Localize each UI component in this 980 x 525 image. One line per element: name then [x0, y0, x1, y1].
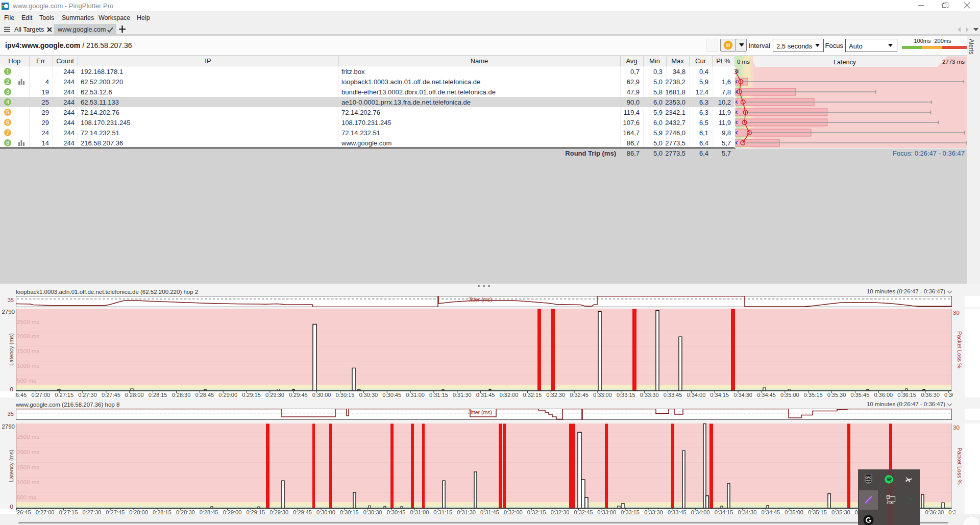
svg-text:0:35:30: 0:35:30 — [827, 392, 846, 397]
svg-text:2790: 2790 — [2, 309, 15, 315]
svg-text:0:32:00: 0:32:00 — [500, 392, 519, 397]
svg-text:0:34:00: 0:34:00 — [691, 509, 710, 514]
svg-text:0:28:00: 0:28:00 — [125, 392, 144, 397]
svg-text:0:32:30: 0:32:30 — [551, 509, 570, 514]
svg-text:0:35:30: 0:35:30 — [831, 509, 850, 514]
svg-text:0:33:45: 0:33:45 — [664, 392, 682, 397]
svg-text:0:33:15: 0:33:15 — [617, 392, 635, 397]
svg-text:0:32:45: 0:32:45 — [570, 392, 589, 397]
svg-text:1500 ms: 1500 ms — [17, 348, 39, 354]
svg-text:0:34:00: 0:34:00 — [687, 392, 706, 397]
svg-text:0:34:30: 0:34:30 — [738, 509, 757, 514]
svg-text:0:33:30: 0:33:30 — [644, 509, 663, 514]
svg-text:0:31:30: 0:31:30 — [453, 392, 472, 397]
svg-text:0:29:45: 0:29:45 — [293, 509, 312, 514]
svg-text:0:32:15: 0:32:15 — [523, 392, 542, 397]
svg-text:0:31:00: 0:31:00 — [410, 509, 429, 514]
svg-text:0:28:30: 0:28:30 — [172, 392, 191, 397]
svg-text:0: 0 — [10, 386, 13, 392]
svg-text:0:30:45: 0:30:45 — [387, 509, 406, 514]
svg-text:0:32:30: 0:32:30 — [546, 392, 565, 397]
svg-text:0:36:30: 0:36:30 — [921, 392, 940, 397]
svg-text:0:32:15: 0:32:15 — [527, 509, 546, 514]
svg-text:0:33:00: 0:33:00 — [593, 392, 612, 397]
svg-text:0:29:00: 0:29:00 — [218, 392, 237, 397]
svg-text:0:34:45: 0:34:45 — [757, 392, 776, 397]
svg-text:500 ms: 500 ms — [17, 378, 36, 384]
svg-text:0:33:45: 0:33:45 — [668, 509, 687, 514]
svg-text:35: 35 — [8, 411, 14, 417]
svg-text:0:33:00: 0:33:00 — [597, 509, 616, 514]
svg-text:0:30:15: 0:30:15 — [340, 509, 359, 514]
svg-text:0:30:30: 0:30:30 — [359, 392, 378, 397]
svg-text:0:27:45: 0:27:45 — [106, 509, 125, 514]
svg-text:0:35:45: 0:35:45 — [851, 392, 870, 397]
svg-text:0:28:00: 0:28:00 — [129, 509, 148, 514]
svg-text:EPIC: EPIC — [866, 476, 872, 479]
svg-text:0:36:15: 0:36:15 — [897, 392, 916, 397]
svg-text:Latency (ms): Latency (ms) — [8, 333, 14, 366]
svg-text:30: 30 — [953, 424, 960, 431]
svg-text:Packet Loss %: Packet Loss % — [957, 331, 963, 368]
svg-text:0:34:15: 0:34:15 — [710, 392, 729, 397]
svg-text:0:33:15: 0:33:15 — [621, 509, 640, 514]
svg-text:Jitter (ms): Jitter (ms) — [468, 296, 492, 303]
svg-text:0:27:45: 0:27:45 — [102, 392, 120, 397]
svg-text:0:28:15: 0:28:15 — [149, 392, 167, 397]
svg-text:0:29:30: 0:29:30 — [270, 509, 288, 514]
svg-text:0:29:45: 0:29:45 — [289, 392, 308, 397]
svg-text:0:27:15: 0:27:15 — [55, 392, 74, 397]
svg-text:2790: 2790 — [2, 423, 15, 430]
svg-text:0:31:15: 0:31:15 — [429, 392, 448, 397]
svg-text:0:31:30: 0:31:30 — [457, 509, 476, 514]
svg-text:30: 30 — [953, 310, 960, 316]
svg-text:2000 ms: 2000 ms — [17, 333, 39, 339]
svg-text:0:29:00: 0:29:00 — [223, 509, 242, 514]
svg-text:0:33:30: 0:33:30 — [640, 392, 659, 397]
svg-text:1500 ms: 1500 ms — [17, 464, 39, 470]
svg-text:0:30:15: 0:30:15 — [336, 392, 355, 397]
svg-text:0:28:15: 0:28:15 — [153, 509, 172, 514]
svg-text:0 ms: 0 ms — [737, 59, 750, 65]
svg-text:Jitter (ms): Jitter (ms) — [468, 409, 492, 415]
svg-text:500 ms: 500 ms — [17, 494, 36, 501]
svg-text:0:32:45: 0:32:45 — [574, 509, 593, 514]
svg-text:2500 ms: 2500 ms — [17, 319, 39, 325]
svg-text:0:34:45: 0:34:45 — [761, 509, 780, 514]
svg-text:0:29:15: 0:29:15 — [242, 392, 261, 397]
svg-text:0:30:00: 0:30:00 — [316, 509, 335, 514]
svg-text:0:27:30: 0:27:30 — [82, 509, 101, 514]
svg-text:0:36:30: 0:36:30 — [925, 509, 944, 514]
svg-text:0:29:15: 0:29:15 — [246, 509, 265, 514]
svg-text:0:31:45: 0:31:45 — [476, 392, 495, 397]
svg-text:Packet Loss %: Packet Loss % — [957, 447, 963, 485]
svg-text:0:27:00: 0:27:00 — [36, 509, 55, 514]
svg-text:0:31:15: 0:31:15 — [433, 509, 452, 514]
svg-text:Latency (ms): Latency (ms) — [8, 449, 14, 482]
svg-text:0:35:15: 0:35:15 — [804, 392, 823, 397]
svg-text:0:34:30: 0:34:30 — [733, 392, 752, 397]
svg-text:0:28:45: 0:28:45 — [200, 509, 218, 514]
svg-text:0: 0 — [10, 504, 13, 510]
svg-text:2500 ms: 2500 ms — [17, 434, 39, 440]
svg-text:0:35:00: 0:35:00 — [780, 392, 799, 397]
svg-text:1000 ms: 1000 ms — [17, 363, 39, 369]
svg-text:35: 35 — [8, 297, 14, 303]
svg-text:0:34:15: 0:34:15 — [715, 509, 733, 514]
svg-text:Latency: Latency — [834, 59, 856, 66]
svg-text:0:27:00: 0:27:00 — [31, 392, 50, 397]
svg-text:0:30:30: 0:30:30 — [363, 509, 382, 514]
svg-text:2000 ms: 2000 ms — [17, 449, 39, 455]
svg-text:GAMES: GAMES — [865, 480, 872, 482]
svg-text:2773 ms: 2773 ms — [942, 59, 965, 65]
svg-text:0:32:00: 0:32:00 — [504, 509, 523, 514]
svg-text:0:36:00: 0:36:00 — [874, 392, 893, 397]
svg-text:0:29:30: 0:29:30 — [265, 392, 284, 397]
svg-text:0:31:00: 0:31:00 — [406, 392, 425, 397]
svg-text:0:30:45: 0:30:45 — [382, 392, 401, 397]
svg-text:0:27:30: 0:27:30 — [78, 392, 97, 397]
svg-text:0:27:15: 0:27:15 — [59, 509, 78, 514]
svg-text:0:30:00: 0:30:00 — [312, 392, 331, 397]
svg-text:0:35:00: 0:35:00 — [785, 509, 803, 514]
svg-text:0:35:15: 0:35:15 — [808, 509, 827, 514]
